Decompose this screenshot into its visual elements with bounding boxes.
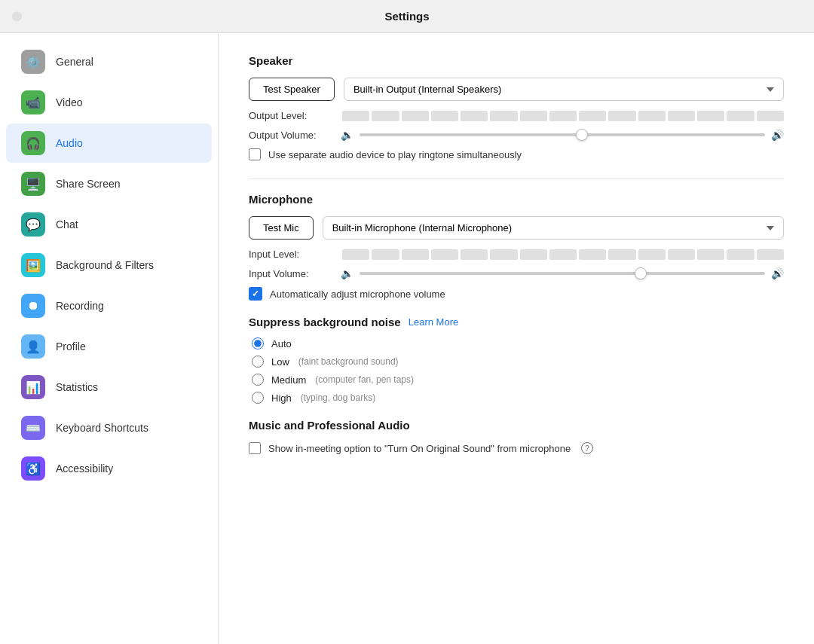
ringtone-checkbox-row: Use separate audio device to play ringto… <box>249 148 784 160</box>
background-icon: 🖼️ <box>21 253 45 277</box>
sidebar-item-background[interactable]: 🖼️Background & Filters <box>6 246 212 285</box>
output-volume-slider-wrap: 🔈 🔊 <box>341 129 784 141</box>
radio-low-input[interactable] <box>252 356 264 368</box>
level-bar-11 <box>638 111 666 121</box>
level-bar-3 <box>402 111 429 121</box>
radio-medium-input[interactable] <box>252 374 264 386</box>
microphone-title: Microphone <box>249 193 784 206</box>
output-volume-slider[interactable] <box>360 133 765 136</box>
input-bar-1 <box>342 249 369 260</box>
microphone-section: Microphone Test Mic Built-in Microphone … <box>249 193 784 301</box>
level-bar-7 <box>520 111 547 121</box>
noise-suppress-radio-group: Auto Low (faint background sound) Medium… <box>249 337 784 404</box>
app-body: ⚙️General📹Video🎧Audio🖥️Share Screen💬Chat… <box>0 33 814 644</box>
input-level-label: Input Level: <box>249 249 332 260</box>
info-icon[interactable]: ? <box>581 442 593 454</box>
sidebar-label-recording: Recording <box>56 300 104 312</box>
input-bar-4 <box>431 249 458 260</box>
video-icon: 📹 <box>21 90 45 114</box>
sidebar: ⚙️General📹Video🎧Audio🖥️Share Screen💬Chat… <box>0 33 219 644</box>
sidebar-item-recording[interactable]: ⏺Recording <box>6 286 212 325</box>
window-control-dot <box>12 11 22 21</box>
radio-low: Low (faint background sound) <box>252 356 784 368</box>
radio-medium: Medium (computer fan, pen taps) <box>252 374 784 386</box>
sidebar-item-general[interactable]: ⚙️General <box>6 42 212 81</box>
music-checkbox-row: Show in-meeting option to "Turn On Origi… <box>249 442 784 454</box>
input-bar-11 <box>638 249 666 260</box>
input-volume-label: Input Volume: <box>249 268 332 279</box>
output-level-label: Output Level: <box>249 110 332 121</box>
radio-high-input[interactable] <box>252 392 264 404</box>
input-level-bars <box>342 249 784 260</box>
input-volume-slider-wrap: 🔈 🔊 <box>341 267 784 279</box>
level-bar-6 <box>490 111 517 121</box>
sidebar-item-profile[interactable]: 👤Profile <box>6 327 212 366</box>
input-bar-14 <box>727 249 754 260</box>
level-bar-2 <box>372 111 399 121</box>
sidebar-item-statistics[interactable]: 📊Statistics <box>6 368 212 407</box>
output-level-bars <box>342 111 784 121</box>
input-bar-7 <box>520 249 547 260</box>
level-bar-15 <box>757 111 784 121</box>
radio-medium-label: Medium <box>271 374 306 386</box>
sidebar-item-accessibility[interactable]: ♿Accessibility <box>6 449 212 488</box>
test-speaker-button[interactable]: Test Speaker <box>249 78 335 101</box>
sidebar-label-background: Background & Filters <box>56 259 154 271</box>
suppress-title: Suppress background noise <box>249 316 401 328</box>
auto-adjust-row: Automatically adjust microphone volume <box>249 287 784 301</box>
input-level-row: Input Level: <box>249 249 784 260</box>
chat-icon: 💬 <box>21 212 45 237</box>
output-volume-row: Output Volume: 🔈 🔊 <box>249 129 784 141</box>
suppress-header: Suppress background noise Learn More <box>249 316 784 328</box>
speaker-device-select[interactable]: Built-in Output (Internal Speakers) <box>344 78 784 101</box>
radio-low-sublabel: (faint background sound) <box>298 356 399 367</box>
radio-high-sublabel: (typing, dog barks) <box>301 392 375 403</box>
sidebar-label-profile: Profile <box>56 340 86 353</box>
auto-adjust-checkbox[interactable] <box>249 287 262 301</box>
sidebar-label-keyboard: Keyboard Shortcuts <box>56 422 148 434</box>
radio-auto-input[interactable] <box>252 337 264 349</box>
input-bar-3 <box>402 249 429 260</box>
level-bar-1 <box>342 111 369 121</box>
sidebar-item-video[interactable]: 📹Video <box>6 83 212 122</box>
share-icon: 🖥️ <box>21 172 45 196</box>
level-bar-13 <box>697 111 724 121</box>
input-volume-low-icon: 🔈 <box>341 267 353 279</box>
titlebar: Settings <box>0 0 814 33</box>
sidebar-item-keyboard[interactable]: ⌨️Keyboard Shortcuts <box>6 408 212 447</box>
sidebar-item-share[interactable]: 🖥️Share Screen <box>6 164 212 203</box>
general-icon: ⚙️ <box>21 50 45 74</box>
sidebar-label-statistics: Statistics <box>56 381 98 393</box>
speaker-title: Speaker <box>249 54 784 67</box>
sidebar-label-general: General <box>56 56 93 68</box>
ringtone-checkbox[interactable] <box>249 148 261 160</box>
input-bar-10 <box>608 249 635 260</box>
test-mic-button[interactable]: Test Mic <box>249 216 314 240</box>
sidebar-label-share: Share Screen <box>56 178 121 190</box>
input-bar-8 <box>549 249 577 260</box>
music-title: Music and Professional Audio <box>249 419 784 432</box>
speaker-control-row: Test Speaker Built-in Output (Internal S… <box>249 78 784 101</box>
radio-auto: Auto <box>252 337 784 349</box>
original-sound-checkbox[interactable] <box>249 442 261 454</box>
sidebar-item-audio[interactable]: 🎧Audio <box>6 124 212 163</box>
level-bar-8 <box>549 111 577 121</box>
learn-more-link[interactable]: Learn More <box>409 316 458 328</box>
recording-icon: ⏺ <box>21 294 45 318</box>
sidebar-item-chat[interactable]: 💬Chat <box>6 205 212 244</box>
radio-auto-label: Auto <box>271 338 292 349</box>
level-bar-5 <box>461 111 488 121</box>
input-volume-slider[interactable] <box>360 272 765 275</box>
input-volume-row: Input Volume: 🔈 🔊 <box>249 267 784 279</box>
audio-icon: 🎧 <box>21 131 45 155</box>
input-volume-high-icon: 🔊 <box>771 267 784 279</box>
input-bar-15 <box>757 249 784 260</box>
sidebar-label-audio: Audio <box>56 137 83 149</box>
speaker-divider <box>249 179 784 179</box>
input-bar-6 <box>490 249 517 260</box>
sidebar-label-chat: Chat <box>56 218 78 230</box>
radio-low-label: Low <box>271 356 289 368</box>
sidebar-label-video: Video <box>56 96 83 108</box>
microphone-device-select[interactable]: Built-in Microphone (Internal Microphone… <box>323 216 784 240</box>
original-sound-label: Show in-meeting option to "Turn On Origi… <box>268 443 571 454</box>
